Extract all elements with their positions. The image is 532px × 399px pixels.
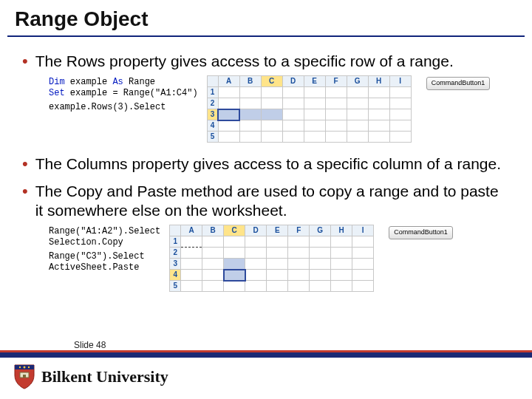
- university-logo: Bilkent University: [13, 364, 168, 390]
- command-button[interactable]: CommandButton1: [426, 77, 491, 89]
- sheet-example-2: ABC DEF GHI 1 2 3 4 5 CommandButton1: [169, 223, 453, 296]
- sheet-example-1: ABC DEF GHI 1 2 3 4 5 CommandButton1: [207, 74, 491, 147]
- bullet-copy: • The Copy and Paste method are used to …: [22, 182, 510, 221]
- slide-number: Slide 48: [74, 340, 106, 350]
- shield-icon: [13, 364, 35, 390]
- bullet-icon: •: [22, 52, 28, 71]
- bullet-cols: • The Columns property gives access to a…: [22, 154, 510, 174]
- page-title: Range Object: [0, 0, 532, 34]
- command-button[interactable]: CommandButton1: [389, 226, 453, 239]
- content-area: • The Rows property gives access to a sp…: [0, 37, 532, 296]
- code-block-4: Range("C3").Select ActiveSheet.Paste: [49, 251, 160, 273]
- svg-point-1: [19, 366, 21, 368]
- code-block-1: Dim example As Range Set example = Range…: [49, 77, 198, 99]
- university-name: Bilkent University: [41, 367, 168, 386]
- footer-band: [0, 350, 532, 358]
- bullet-text: The Copy and Paste method are used to co…: [35, 182, 510, 221]
- svg-point-2: [28, 366, 30, 368]
- bullet-icon: •: [22, 182, 28, 201]
- svg-point-0: [24, 366, 26, 369]
- code-block-3: Range("A1:A2").Select Selection.Copy: [49, 226, 160, 248]
- code-block-2: example.Rows(3).Select: [49, 102, 198, 113]
- bullet-text: The Columns property gives access to a s…: [35, 154, 510, 174]
- bullet-icon: •: [22, 154, 28, 174]
- svg-rect-4: [23, 375, 26, 378]
- bullet-text: The Rows property gives access to a spec…: [35, 52, 510, 71]
- bullet-rows: • The Rows property gives access to a sp…: [22, 52, 510, 71]
